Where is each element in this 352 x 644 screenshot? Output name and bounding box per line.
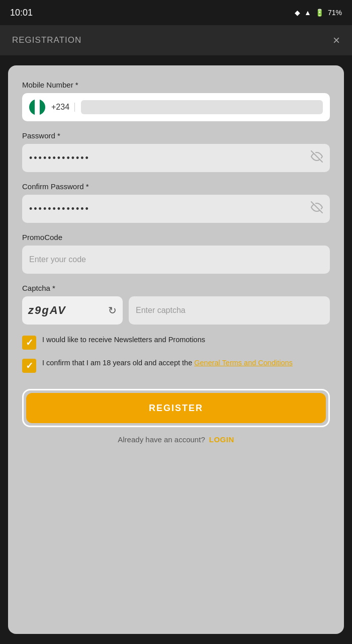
promo-code-group: PromoCode Enter your code bbox=[22, 233, 330, 274]
password-input-wrapper[interactable]: ••••••••••••• bbox=[22, 144, 330, 172]
confirm-password-input-wrapper[interactable]: ••••••••••••• bbox=[22, 195, 330, 223]
terms-link[interactable]: General Terms and Conditions bbox=[194, 359, 293, 367]
confirm-password-group: Confirm Password * ••••••••••••• bbox=[22, 182, 330, 223]
promo-code-label: PromoCode bbox=[22, 233, 330, 242]
wifi-icon: ▲ bbox=[304, 9, 311, 17]
captcha-input-placeholder: Enter captcha bbox=[136, 306, 186, 315]
status-time: 10:01 bbox=[10, 8, 33, 18]
terms-checkmark: ✓ bbox=[26, 360, 33, 371]
captcha-image-box: z9gAV ↻ bbox=[22, 296, 123, 325]
main-content: Mobile Number * +234 Password * ••••••••… bbox=[0, 55, 352, 644]
close-button[interactable]: × bbox=[333, 34, 340, 46]
phone-number-display bbox=[81, 100, 323, 114]
terms-checkbox-row: ✓ I confirm that I am 18 years old and a… bbox=[22, 358, 330, 373]
captcha-group: Captcha * z9gAV ↻ Enter captcha bbox=[22, 284, 330, 325]
newsletter-checkbox-row: ✓ I would like to receive Newsletters an… bbox=[22, 335, 330, 350]
captcha-code: z9gAV bbox=[28, 304, 66, 317]
eye-off-icon bbox=[311, 150, 323, 163]
eye-off-icon-2 bbox=[311, 201, 323, 213]
password-group: Password * ••••••••••••• bbox=[22, 131, 330, 172]
captcha-label: Captcha * bbox=[22, 284, 330, 292]
register-button[interactable]: REGISTER bbox=[26, 393, 326, 423]
captcha-row: z9gAV ↻ Enter captcha bbox=[22, 296, 330, 325]
mobile-number-label: Mobile Number * bbox=[22, 80, 330, 89]
login-question: Already have an account? bbox=[118, 435, 205, 444]
newsletter-checkmark: ✓ bbox=[26, 337, 33, 348]
status-icons: ◆ ▲ 🔋 71% bbox=[295, 9, 342, 17]
terms-label: I confirm that I am 18 years old and acc… bbox=[42, 358, 330, 368]
captcha-input-wrapper[interactable]: Enter captcha bbox=[129, 296, 330, 325]
battery-level: 71% bbox=[328, 9, 342, 17]
checkbox-group: ✓ I would like to receive Newsletters an… bbox=[22, 335, 330, 381]
phone-code: +234 bbox=[51, 103, 75, 112]
promo-placeholder: Enter your code bbox=[29, 255, 86, 264]
confirm-password-label: Confirm Password * bbox=[22, 182, 330, 191]
password-value: ••••••••••••• bbox=[29, 153, 311, 164]
mobile-number-group: Mobile Number * +234 bbox=[22, 80, 330, 121]
confirm-password-value: ••••••••••••• bbox=[29, 204, 311, 214]
toggle-confirm-password-button[interactable] bbox=[311, 201, 323, 216]
register-button-wrapper: REGISTER bbox=[22, 389, 330, 427]
captcha-refresh-button[interactable]: ↻ bbox=[108, 304, 117, 316]
signal-icon: ◆ bbox=[295, 9, 300, 17]
registration-card: Mobile Number * +234 Password * ••••••••… bbox=[8, 65, 344, 634]
nigeria-flag-icon bbox=[29, 99, 45, 115]
status-bar: 10:01 ◆ ▲ 🔋 71% bbox=[0, 0, 352, 25]
header: REGISTRATION × bbox=[0, 25, 352, 55]
login-link[interactable]: LOGIN bbox=[209, 435, 234, 444]
toggle-password-button[interactable] bbox=[311, 150, 323, 166]
battery-icon: 🔋 bbox=[315, 9, 324, 17]
phone-input-wrapper[interactable]: +234 bbox=[22, 93, 330, 121]
terms-checkbox[interactable]: ✓ bbox=[22, 359, 36, 373]
newsletter-label: I would like to receive Newsletters and … bbox=[42, 335, 330, 345]
login-row: Already have an account? LOGIN bbox=[22, 435, 330, 444]
password-label: Password * bbox=[22, 131, 330, 140]
newsletter-checkbox[interactable]: ✓ bbox=[22, 336, 36, 350]
terms-label-prefix: I confirm that I am 18 years old and acc… bbox=[42, 359, 194, 367]
page-title: REGISTRATION bbox=[12, 35, 81, 45]
promo-input-wrapper[interactable]: Enter your code bbox=[22, 246, 330, 274]
